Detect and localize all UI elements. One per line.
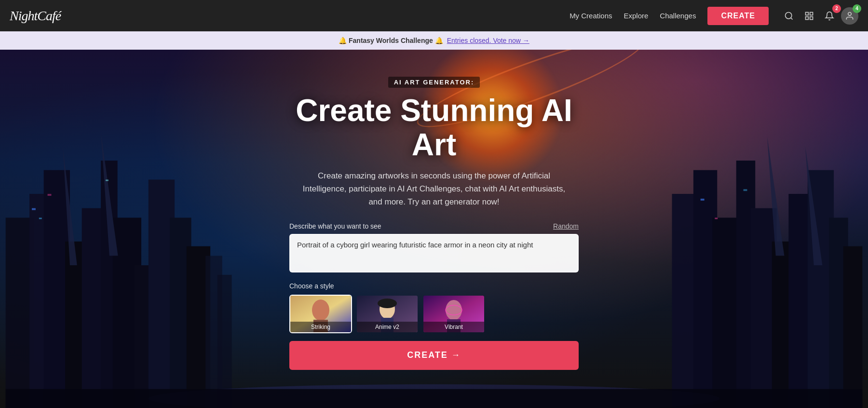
svg-rect-5 xyxy=(810,16,813,19)
search-button[interactable] xyxy=(780,7,798,25)
nav-challenges[interactable]: Challenges xyxy=(660,12,696,20)
hero-title: Create Stunning AI Art xyxy=(289,94,579,162)
avatar-wrapper: 4 xyxy=(841,7,858,25)
svg-rect-4 xyxy=(806,16,809,19)
anime-label: Anime v2 xyxy=(357,322,418,332)
user-icon xyxy=(845,11,854,21)
challenge-banner: 🔔 Fantasy Worlds Challenge 🔔 Entries clo… xyxy=(0,31,868,50)
style-cards: Striking xyxy=(289,295,579,333)
banner-title: Fantasy Worlds Challenge 🔔 xyxy=(349,37,443,44)
svg-rect-3 xyxy=(810,12,813,15)
style-label: Choose a style xyxy=(289,282,579,290)
svg-rect-2 xyxy=(806,12,809,15)
hero-section: AI ART GENERATOR: Create Stunning AI Art… xyxy=(0,0,868,408)
svg-point-6 xyxy=(848,12,852,15)
svg-point-0 xyxy=(786,12,792,18)
nav-create-button[interactable]: CREATE xyxy=(707,7,769,25)
svg-line-1 xyxy=(791,17,793,19)
vibrant-label: Vibrant xyxy=(423,322,484,332)
striking-label: Striking xyxy=(290,322,351,332)
hero-subtitle: Create amazing artworks in seconds using… xyxy=(299,169,569,209)
prompt-textarea[interactable] xyxy=(289,234,579,272)
grid-button[interactable] xyxy=(800,7,818,25)
banner-bell-icon: 🔔 xyxy=(339,37,347,44)
style-card-anime[interactable]: Anime v2 xyxy=(356,295,419,333)
search-icon xyxy=(784,11,794,21)
notification-badge: 2 xyxy=(832,4,841,13)
style-card-striking[interactable]: Striking xyxy=(289,295,352,333)
style-section: Choose a style xyxy=(289,282,579,333)
avatar-badge: 4 xyxy=(853,4,861,13)
form-label-row: Describe what you want to see Random xyxy=(289,222,579,230)
banner-link[interactable]: Entries closed. Vote now → xyxy=(447,37,529,44)
nav-explore[interactable]: Explore xyxy=(624,12,648,20)
create-button[interactable]: CREATE → xyxy=(289,341,579,370)
prompt-label: Describe what you want to see xyxy=(289,222,381,230)
art-generator-form: Describe what you want to see Random Cho… xyxy=(289,222,579,370)
hero-content: AI ART GENERATOR: Create Stunning AI Art… xyxy=(289,77,579,369)
grid-icon xyxy=(804,11,814,21)
logo[interactable]: NightCafé xyxy=(10,8,61,24)
nav-right: My Creations Explore Challenges CREATE 2… xyxy=(570,7,858,25)
style-card-vibrant[interactable]: Vibrant xyxy=(422,295,485,333)
svg-point-49 xyxy=(378,299,397,308)
hero-eyebrow: AI ART GENERATOR: xyxy=(388,77,480,88)
bell-icon xyxy=(825,11,834,21)
notifications-wrapper: 2 xyxy=(821,7,838,25)
svg-point-44 xyxy=(312,299,329,321)
random-link[interactable]: Random xyxy=(553,222,579,230)
nav-icons: 2 4 xyxy=(780,7,858,25)
banner-text: 🔔 Fantasy Worlds Challenge 🔔 xyxy=(339,37,443,44)
nav-my-creations[interactable]: My Creations xyxy=(570,12,612,20)
svg-point-51 xyxy=(446,300,462,320)
navbar: NightCafé My Creations Explore Challenge… xyxy=(0,0,868,31)
